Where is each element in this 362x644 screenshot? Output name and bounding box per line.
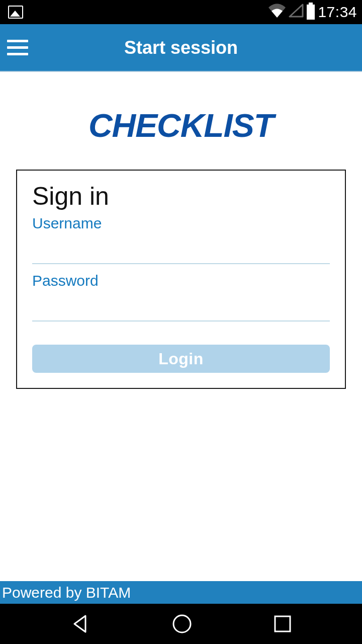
- login-button[interactable]: Login: [32, 345, 330, 373]
- wifi-icon: [268, 4, 286, 21]
- app-header: Start session: [0, 24, 362, 72]
- page-title: Start session: [7, 37, 355, 58]
- status-left: [5, 6, 23, 19]
- status-clock: 17:34: [318, 4, 357, 21]
- android-status-bar: 17:34: [0, 0, 362, 24]
- username-label: Username: [32, 215, 330, 232]
- signin-box: Sign in Username Password Login: [16, 170, 346, 389]
- svg-rect-1: [275, 616, 290, 631]
- status-right: 17:34: [268, 4, 357, 21]
- signin-heading: Sign in: [32, 182, 330, 211]
- brand-logo-text: CHECKLIST: [0, 107, 362, 144]
- main-content: CHECKLIST Sign in Username Password Logi…: [0, 72, 362, 581]
- home-icon[interactable]: [171, 613, 193, 634]
- svg-point-0: [173, 615, 191, 632]
- battery-icon: [307, 5, 315, 20]
- password-field[interactable]: [32, 289, 330, 321]
- back-icon[interactable]: [70, 614, 90, 634]
- picture-notification-icon: [8, 6, 23, 19]
- cellular-icon: [289, 4, 304, 21]
- android-nav-bar: [0, 604, 362, 644]
- footer-text: Powered by BITAM: [2, 584, 131, 601]
- password-label: Password: [32, 272, 330, 289]
- recent-apps-icon[interactable]: [274, 615, 292, 633]
- username-field[interactable]: [32, 232, 330, 264]
- footer-bar: Powered by BITAM: [0, 581, 362, 604]
